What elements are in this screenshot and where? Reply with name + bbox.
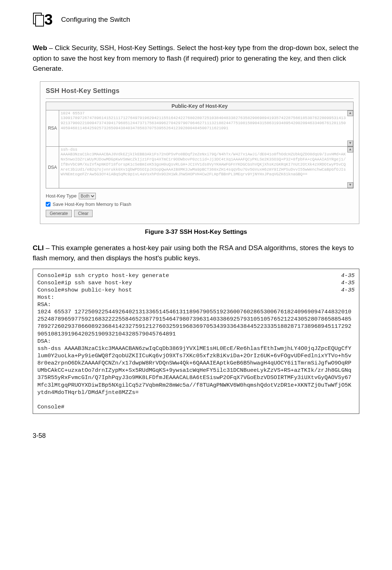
web-lead: Web bbox=[33, 44, 47, 52]
scroll-up-icon[interactable]: ▲ bbox=[347, 147, 353, 152]
cli-lead: CLI bbox=[33, 244, 44, 252]
cli-ref: 4-35 bbox=[334, 272, 355, 279]
cli-intro: CLI – This example generates a host-key … bbox=[33, 243, 359, 264]
table-header: Public-Key of Host-Key bbox=[46, 102, 354, 110]
cli-output-box: Console#ip ssh crypto host-key generate4… bbox=[33, 269, 359, 414]
dsa-key-cell: ▲ ▼ bbox=[59, 146, 354, 188]
chapter-number: 3 bbox=[44, 11, 53, 28]
hostkey-type-label: Host-Key Type bbox=[46, 193, 77, 199]
public-key-table: Public-Key of Host-Key RSA ▲ ▼ DSA ▲ ▼ bbox=[46, 102, 354, 188]
save-flash-checkbox[interactable] bbox=[46, 202, 50, 207]
ssh-title: SSH Host-Key Settings bbox=[46, 87, 354, 95]
rsa-key-textarea[interactable] bbox=[59, 110, 353, 145]
hostkey-type-select[interactable]: Both bbox=[79, 193, 96, 199]
cli-body: Host: RSA: 1024 65537 127250922544926402… bbox=[37, 294, 351, 410]
save-flash-row: Save Host-Key from Memory to Flash bbox=[46, 201, 354, 207]
chapter-title: Configuring the Switch bbox=[61, 16, 130, 24]
clear-button[interactable]: Clear bbox=[74, 210, 93, 217]
page-number: 3-58 bbox=[33, 432, 359, 440]
web-intro: Web – Click Security, SSH, Host-Key Sett… bbox=[33, 43, 359, 74]
scroll-down-icon[interactable]: ▼ bbox=[347, 141, 353, 146]
rsa-key-cell: ▲ ▼ bbox=[59, 110, 354, 146]
hostkey-type-row: Host-Key Type Both bbox=[46, 193, 354, 199]
ssh-settings-screenshot: SSH Host-Key Settings Public-Key of Host… bbox=[40, 81, 359, 224]
web-text: – Click Security, SSH, Host-Key Settings… bbox=[33, 44, 359, 72]
scroll-down-icon[interactable]: ▼ bbox=[347, 182, 353, 188]
save-flash-label: Save Host-Key from Memory to Flash bbox=[53, 201, 131, 207]
button-row: Generate Clear bbox=[46, 210, 354, 217]
cli-text: – This example generates a host-key pair… bbox=[33, 244, 354, 262]
generate-button[interactable]: Generate bbox=[46, 210, 72, 217]
chapter-icon: 3 bbox=[33, 11, 53, 28]
cli-cmd: Console#ip ssh save host-key bbox=[37, 279, 132, 286]
rsa-label: RSA bbox=[46, 110, 59, 146]
scroll-up-icon[interactable]: ▲ bbox=[347, 110, 353, 116]
cli-cmd: Console#ip ssh crypto host-key generate bbox=[37, 272, 169, 279]
cli-ref: 4-35 bbox=[334, 279, 355, 286]
dsa-label: DSA bbox=[46, 146, 59, 188]
cli-ref: 4-35 bbox=[334, 286, 355, 294]
divider bbox=[46, 98, 354, 99]
figure-caption: Figure 3-37 SSH Host-Key Settings bbox=[33, 228, 359, 236]
page-header: 3 Configuring the Switch bbox=[33, 11, 359, 28]
svg-rect-1 bbox=[36, 15, 44, 26]
dsa-key-textarea[interactable] bbox=[59, 147, 353, 187]
cli-cmd: Console#show public-key host bbox=[37, 286, 132, 294]
